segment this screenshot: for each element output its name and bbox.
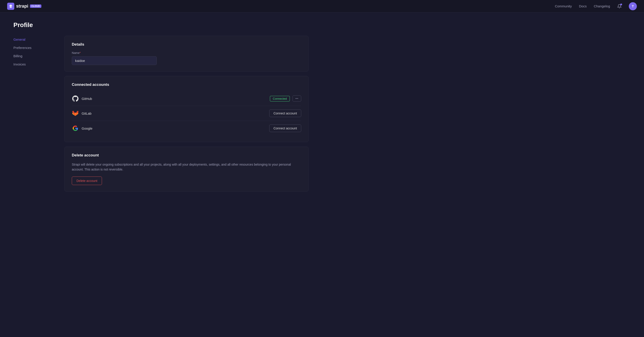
cloud-badge: CLOUD [30, 4, 41, 8]
google-actions: Connect account [269, 124, 301, 132]
header-right: Community Docs Changelog T [555, 2, 637, 10]
delete-account-description: Strapi will delete your ongoing subscrip… [72, 162, 301, 172]
delete-account-card: Delete account Strapi will delete your o… [64, 147, 308, 192]
github-connected-badge: Connected [270, 96, 290, 101]
header-nav: Community Docs Changelog [555, 4, 610, 8]
logo-text: strapi [16, 3, 28, 9]
google-name: Google [82, 126, 92, 130]
github-name: GitHub [82, 97, 92, 101]
logo-icon [7, 3, 14, 10]
sidebar-item-general[interactable]: General [14, 36, 54, 43]
name-field: Name* [72, 51, 301, 65]
page: Profile General Preferences Billing Invo… [0, 12, 322, 200]
nav-changelog[interactable]: Changelog [594, 4, 610, 8]
details-card-title: Details [72, 42, 301, 47]
sidebar-item-billing[interactable]: Billing [14, 52, 54, 60]
github-icon [72, 95, 79, 102]
github-more-button[interactable]: ··· [292, 95, 301, 102]
gitlab-row: GitLab Connect account [72, 106, 301, 121]
google-icon [72, 125, 79, 132]
sidebar-item-preferences[interactable]: Preferences [14, 44, 54, 51]
google-row: Google Connect account [72, 121, 301, 136]
name-input[interactable] [72, 56, 157, 65]
nav-docs[interactable]: Docs [579, 4, 586, 8]
delete-account-button[interactable]: Delete account [72, 177, 102, 185]
delete-account-title: Delete account [72, 153, 301, 158]
details-card: Details Name* [64, 36, 308, 71]
gitlab-connect-button[interactable]: Connect account [269, 109, 301, 117]
avatar[interactable]: T [629, 2, 637, 10]
name-label: Name* [72, 51, 301, 54]
gitlab-icon [72, 110, 79, 117]
notification-button[interactable] [617, 4, 622, 8]
nav-community[interactable]: Community [555, 4, 572, 8]
connected-accounts-title: Connected accounts [72, 82, 301, 87]
page-title: Profile [14, 21, 308, 29]
notification-dot [620, 3, 622, 5]
sidebar-item-invoices[interactable]: Invoices [14, 60, 54, 68]
google-connect-button[interactable]: Connect account [269, 124, 301, 132]
connected-accounts-card: Connected accounts GitHub Connected ··· [64, 76, 308, 142]
gitlab-actions: Connect account [269, 109, 301, 117]
gitlab-name: GitLab [82, 111, 92, 115]
top-header: strapi CLOUD Community Docs Changelog T [0, 0, 644, 12]
github-row: GitHub Connected ··· [72, 91, 301, 106]
page-layout: General Preferences Billing Invoices Det… [14, 36, 308, 192]
sidebar: General Preferences Billing Invoices [14, 36, 54, 192]
logo-area: strapi CLOUD [7, 3, 41, 10]
main-content: Details Name* Connected accounts [64, 36, 308, 192]
github-actions: Connected ··· [270, 95, 301, 102]
